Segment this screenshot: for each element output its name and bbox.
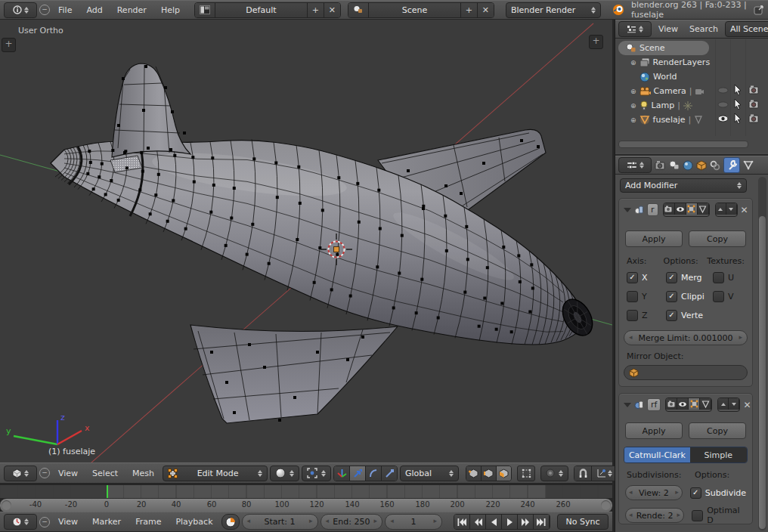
modifier-name-field[interactable]: rf (647, 398, 661, 411)
outliner-row-fuselaje[interactable]: ⊕ fuselaje | (626, 113, 768, 127)
menu-file[interactable]: File (52, 4, 78, 17)
catmull-clark-button[interactable]: Catmull-Clark (624, 447, 690, 462)
decrement-icon[interactable]: ◂ (247, 517, 251, 524)
menu-view[interactable]: View (52, 467, 84, 480)
end-frame-field[interactable]: ◂ End: 250 ▸ (321, 514, 383, 530)
menu-add[interactable]: Add (80, 4, 108, 17)
vertex-select-button[interactable] (466, 466, 482, 481)
expand-icon[interactable]: ⊕ (630, 88, 636, 95)
eye-open-icon[interactable] (717, 115, 729, 122)
sync-mode-dropdown[interactable]: No Sync (557, 514, 609, 530)
manipulator-toggle[interactable] (334, 466, 350, 481)
menu-select[interactable]: Select (86, 467, 124, 480)
expand-triangle-icon[interactable] (624, 208, 631, 212)
simple-button[interactable]: Simple (690, 447, 747, 462)
outliner-scope-dropdown[interactable]: All Scenes (725, 21, 768, 37)
outliner-row-lamp[interactable]: ⊕ Lamp | (626, 98, 768, 113)
menu-mesh[interactable]: Mesh (126, 467, 160, 480)
edge-select-button[interactable] (482, 466, 497, 481)
scene-browse-button[interactable] (348, 3, 369, 17)
collapse-menus-icon[interactable]: − (39, 5, 50, 15)
checkbox-axis-y[interactable]: Y (627, 291, 666, 302)
scale-manipulator-button[interactable] (382, 466, 397, 481)
tab-constraints-icon[interactable] (710, 160, 720, 171)
scrollbar-cap-left[interactable] (2, 500, 11, 510)
apply-button[interactable]: Apply (625, 230, 683, 247)
collapse-menus-icon[interactable]: − (39, 517, 50, 527)
n-panel-plus-button[interactable]: + (589, 35, 603, 49)
checkbox-subdivide-uvs[interactable]: ✓Subdivide (690, 487, 746, 499)
eye-closed-icon[interactable] (717, 101, 729, 108)
tab-world-icon[interactable] (683, 160, 693, 171)
tool-shelf-plus-button[interactable]: + (2, 38, 16, 52)
tab-render-icon[interactable] (655, 160, 666, 170)
scene-name-field[interactable]: Scene (369, 3, 461, 17)
viewport-shading-dropdown[interactable] (270, 466, 299, 481)
editor-type-selector-3dview[interactable] (4, 466, 37, 481)
next-keyframe-button[interactable] (518, 515, 534, 529)
checkbox-clipping[interactable]: ✓Clippi (666, 291, 713, 302)
editor-type-selector-outliner[interactable] (618, 21, 652, 37)
tab-modifiers-active[interactable] (723, 157, 740, 173)
render-restrict-icon[interactable] (748, 100, 760, 109)
snap-element-dropdown[interactable] (592, 466, 618, 481)
viewport-visibility-toggle[interactable] (675, 203, 686, 215)
delete-modifier-button[interactable]: ✕ (743, 400, 751, 410)
menu-search[interactable]: Search (685, 23, 723, 36)
timeline-track[interactable] (0, 485, 612, 498)
previous-keyframe-button[interactable] (470, 515, 486, 529)
scrollbar-cap-right[interactable] (601, 500, 611, 510)
add-scene-button[interactable]: + (461, 3, 478, 17)
cage-toggle[interactable] (698, 203, 709, 215)
increment-icon[interactable]: ▸ (433, 517, 437, 524)
expand-icon[interactable]: ⊕ (630, 116, 636, 124)
face-select-button[interactable] (497, 466, 511, 481)
add-screen-button[interactable]: + (308, 3, 324, 17)
proportional-edit-dropdown[interactable] (540, 466, 568, 481)
render-engine-dropdown[interactable]: Blender Render (506, 2, 601, 18)
checkbox-texture-v[interactable]: V (713, 291, 748, 302)
checkbox-axis-x[interactable]: ✓X (627, 272, 666, 283)
move-modifier-up-button[interactable] (718, 398, 729, 410)
viewport-visibility-toggle[interactable] (677, 398, 689, 410)
increment-icon[interactable]: ▸ (374, 517, 378, 524)
menu-frame[interactable]: Frame (129, 515, 167, 528)
limit-selection-visible-button[interactable] (517, 466, 535, 481)
jump-to-end-button[interactable] (534, 515, 550, 529)
jump-to-start-button[interactable] (454, 515, 470, 529)
selectable-cursor-icon[interactable] (734, 113, 742, 124)
outliner-row-world[interactable]: World (635, 70, 768, 84)
copy-button[interactable]: Copy (689, 422, 746, 439)
decrement-icon[interactable]: ◂ (326, 517, 330, 524)
decrement-icon[interactable]: ◂ (390, 517, 394, 524)
start-frame-field[interactable]: ◂ Start: 1 ▸ (242, 514, 318, 530)
menu-help[interactable]: Help (155, 4, 186, 17)
render-subdivisions-field[interactable]: ◂Rende: 2▸ (625, 508, 684, 523)
timeline-ruler[interactable]: -40 -20 0 20 40 60 80 100 120 140 160 18… (0, 498, 612, 513)
merge-limit-field[interactable]: ◂ Merge Limit: 0.001000 ▸ (624, 330, 748, 345)
rotate-manipulator-button[interactable] (366, 466, 382, 481)
screen-layout-button[interactable] (195, 3, 215, 17)
delete-scene-button[interactable]: ✕ (478, 3, 494, 17)
checkbox-merge[interactable]: ✓Merg (666, 272, 713, 283)
current-frame-playhead[interactable] (107, 485, 108, 498)
outliner-row-camera[interactable]: ⊕ Camera | (626, 84, 768, 98)
move-modifier-down-button[interactable] (726, 203, 737, 215)
outliner-hscrollbar[interactable] (618, 141, 748, 148)
current-frame-field[interactable]: ◂ 1 ▸ (385, 514, 442, 530)
menu-marker[interactable]: Marker (86, 515, 127, 528)
outliner-row-scene[interactable]: Scene (615, 41, 768, 55)
increment-icon[interactable]: ▸ (309, 517, 313, 524)
decrement-icon[interactable]: ◂ (629, 333, 633, 341)
editmode-display-toggle[interactable] (689, 398, 700, 410)
editor-type-selector-timeline[interactable] (4, 514, 37, 530)
expand-triangle-icon[interactable] (624, 403, 631, 407)
editor-type-selector-info[interactable] (4, 2, 37, 18)
render-toggle[interactable] (664, 203, 675, 215)
selectable-cursor-icon[interactable] (734, 99, 742, 110)
menu-view[interactable]: View (654, 23, 683, 36)
time-display-toggle[interactable] (221, 514, 240, 530)
tab-scene-icon[interactable] (669, 160, 680, 170)
play-reverse-button[interactable] (486, 515, 502, 529)
translate-manipulator-button[interactable] (350, 466, 366, 481)
